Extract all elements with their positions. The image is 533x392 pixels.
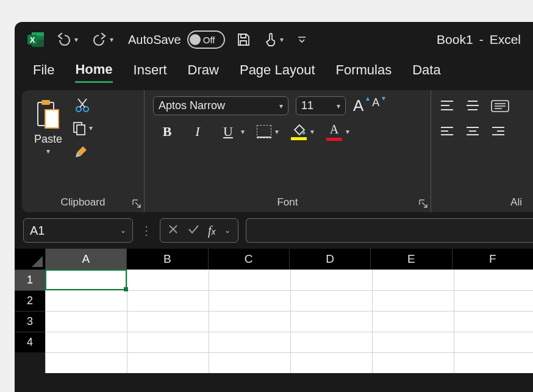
chevron-down-icon: ▾: [89, 124, 93, 132]
italic-button[interactable]: I: [188, 124, 207, 140]
touch-mode-button[interactable]: ▾: [262, 30, 286, 49]
paint-bucket-icon: [292, 124, 306, 136]
align-center-button[interactable]: [465, 126, 480, 140]
chevron-down-icon: ▾: [241, 127, 245, 136]
font-name-value: Aptos Narrow: [159, 99, 225, 112]
chevron-down-icon: ▾: [280, 35, 284, 44]
name-box[interactable]: A1 ⌄: [23, 218, 133, 243]
customize-qat-button[interactable]: [295, 32, 309, 47]
document-name: Book1: [437, 32, 473, 47]
tab-insert[interactable]: Insert: [134, 62, 167, 82]
paste-button[interactable]: Paste ▾: [30, 96, 66, 193]
title-bar: X ▾ ▾ AutoSave Off ▾ Book1: [15, 22, 533, 57]
chevron-down-icon: ▾: [337, 102, 340, 110]
svg-text:X: X: [30, 35, 35, 45]
tab-file[interactable]: File: [33, 62, 54, 82]
group-label-font: Font: [153, 193, 422, 208]
active-cell[interactable]: [45, 269, 127, 290]
tab-draw[interactable]: Draw: [188, 62, 219, 82]
chevron-down-icon: ⌄: [120, 226, 126, 235]
cancel-formula-button[interactable]: [168, 224, 179, 237]
svg-rect-11: [77, 125, 85, 135]
autosave-label: AutoSave: [128, 33, 181, 47]
align-left-button[interactable]: [440, 126, 454, 140]
copy-button[interactable]: ▾: [72, 121, 93, 135]
svg-rect-6: [41, 100, 50, 105]
autosave-control: AutoSave Off: [128, 30, 225, 49]
app-window: X ▾ ▾ AutoSave Off ▾ Book1: [15, 22, 533, 392]
window-title: Book1 - Excel: [437, 32, 521, 47]
column-header-a[interactable]: A: [45, 249, 126, 269]
column-header-e[interactable]: E: [370, 249, 451, 269]
align-right-button[interactable]: [491, 126, 506, 140]
cells-area[interactable]: [45, 269, 533, 373]
chevron-down-icon: ▾: [110, 35, 113, 44]
insert-function-button[interactable]: fx: [208, 224, 216, 238]
chevron-down-icon: ▾: [310, 127, 314, 136]
app-name: Excel: [490, 32, 521, 47]
underline-button[interactable]: U ▾: [219, 124, 245, 140]
font-color-swatch: [326, 138, 342, 141]
excel-app-icon: X: [27, 30, 45, 49]
chevron-down-icon: ▾: [74, 35, 78, 44]
clipboard-dialog-launcher[interactable]: [132, 199, 143, 210]
ribbon-tabs: File Home Insert Draw Page Layout Formul…: [15, 57, 533, 87]
align-bottom-button[interactable]: [491, 100, 509, 115]
letter-a-icon: A: [372, 96, 379, 109]
paintbrush-icon: [74, 143, 90, 159]
bold-button[interactable]: B: [158, 124, 176, 140]
column-header-d[interactable]: D: [289, 249, 370, 269]
tab-home[interactable]: Home: [75, 62, 112, 83]
autosave-toggle[interactable]: Off: [187, 30, 225, 49]
chevron-down-icon[interactable]: ⌄: [224, 226, 231, 235]
row-header-4[interactable]: 4: [15, 332, 45, 352]
tab-page-layout[interactable]: Page Layout: [240, 62, 315, 82]
tab-data[interactable]: Data: [412, 62, 440, 82]
font-size-combo[interactable]: 11 ▾: [296, 96, 346, 115]
formula-bar-buttons: fx ⌄: [160, 218, 238, 243]
row-header-1[interactable]: 1: [15, 269, 45, 290]
svg-point-12: [302, 131, 306, 134]
redo-button[interactable]: ▾: [89, 30, 116, 49]
chevron-down-icon: ▾: [275, 127, 279, 136]
undo-button[interactable]: ▾: [54, 30, 80, 49]
row-header-2[interactable]: 2: [15, 290, 45, 311]
column-header-b[interactable]: B: [126, 249, 207, 269]
save-button[interactable]: [234, 30, 253, 49]
formula-bar: A1 ⌄ ⋮ fx ⌄: [15, 212, 533, 249]
select-all-corner[interactable]: [15, 249, 45, 269]
tab-formulas[interactable]: Formulas: [336, 62, 392, 82]
align-top-button[interactable]: [440, 100, 454, 115]
borders-button[interactable]: ▾: [257, 125, 279, 138]
underline-icon: U: [219, 124, 237, 140]
row-header-3[interactable]: 3: [15, 311, 45, 332]
align-middle-button[interactable]: [465, 100, 480, 115]
cut-button[interactable]: [74, 98, 90, 113]
autosave-state: Off: [203, 35, 215, 45]
down-arrow-icon: ▾: [382, 94, 385, 102]
clipboard-paste-icon: [34, 99, 62, 130]
format-painter-button[interactable]: [74, 143, 90, 159]
group-clipboard: Paste ▾: [22, 90, 144, 212]
group-font: Aptos Narrow ▾ 11 ▾ A ▴ A: [144, 90, 431, 212]
scissors-icon: [74, 98, 90, 113]
font-name-combo[interactable]: Aptos Narrow ▾: [153, 96, 288, 115]
group-label-alignment: Ali: [440, 193, 524, 208]
column-header-f[interactable]: F: [452, 249, 533, 269]
enter-formula-button[interactable]: [187, 224, 199, 237]
copy-icon: [72, 121, 87, 135]
name-box-value: A1: [30, 224, 45, 238]
decrease-font-size-button[interactable]: A ▾: [372, 96, 379, 115]
title-separator: -: [479, 32, 484, 47]
font-dialog-launcher[interactable]: [418, 199, 429, 210]
font-color-button[interactable]: A ▾: [326, 123, 349, 141]
font-size-value: 11: [301, 99, 313, 112]
letter-a-icon: A: [353, 96, 363, 115]
formula-input[interactable]: [246, 218, 533, 243]
column-header-c[interactable]: C: [208, 249, 289, 269]
fill-color-button[interactable]: ▾: [291, 124, 314, 140]
up-arrow-icon: ▴: [366, 94, 370, 102]
increase-font-size-button[interactable]: A ▴: [353, 96, 363, 115]
letter-a-icon: A: [330, 123, 338, 137]
fill-color-swatch: [291, 137, 307, 140]
